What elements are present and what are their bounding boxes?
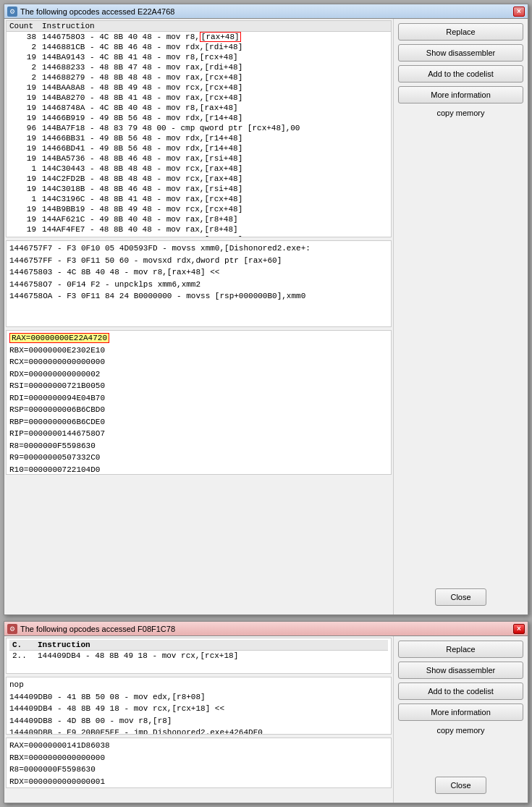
title-bar-2: ⚙ The following opcodes accessed F08F1C7… [4, 622, 528, 636]
table-cell-count: 19 [7, 133, 39, 143]
table-row[interactable]: 19144BA9143 - 4C 8B 41 48 - mov r8,[rcx+… [7, 52, 391, 62]
close-icon-1[interactable]: × [513, 7, 525, 17]
table-cell-count: 19 [7, 52, 39, 62]
window-content-1: Count Instruction 381446758O3 - 4C 8B 40… [4, 19, 528, 614]
more-information-button-2[interactable]: More information [398, 704, 523, 721]
table-cell-instruction: 144AF4FE7 - 48 8B 40 48 - mov rax,[r8+48… [39, 224, 391, 235]
table-row[interactable]: 19144AF621C - 49 8B 40 48 - mov rax,[r8+… [7, 214, 391, 224]
register-line: R9=00000000507332C0 [9, 452, 388, 464]
table-cell-count: 19 [7, 204, 39, 214]
title-bar-1: ⚙ The following opcodes accessed E22A476… [4, 4, 528, 19]
table-row[interactable]: 1144C30443 - 48 8B 48 48 - mov rcx,[rax+… [7, 164, 391, 174]
table-row[interactable]: 1914466BB31 - 49 8B 56 48 - mov rdx,[r14… [7, 133, 391, 143]
table-cell-instruction: 144B9BB19 - 48 8B 49 48 - mov rcx,[rcx+4… [39, 204, 391, 214]
disasm-panel-2[interactable]: nop144409DB0 - 41 8B 50 08 - mov edx,[r8… [6, 677, 392, 735]
table-cell-count: 19 [7, 224, 39, 235]
register-line: RBX=0000000000000000 [9, 752, 388, 764]
opcode-table-2[interactable]: C. Instruction 2..144409DB4 - 48 8B 49 1… [6, 638, 392, 674]
table-cell-instruction: 144C30443 - 48 8B 48 48 - mov rcx,[rax+4… [39, 164, 391, 174]
show-disassembler-button-1[interactable]: Show disassembler [398, 44, 523, 62]
replace-button-1[interactable]: Replace [398, 23, 523, 41]
add-to-codelist-button-1[interactable]: Add to the codelist [398, 65, 523, 83]
register-line: R8=0000000F5598630 [9, 764, 388, 776]
disasm-line: 1446758O7 - 0F14 F2 - unpcklps xmm6,xmm2 [9, 279, 388, 291]
table-cell-count: 19 [7, 93, 39, 103]
table-row[interactable]: 19144C2FD2B - 48 8B 48 48 - mov rcx,[rax… [7, 174, 391, 184]
table-row[interactable]: 19144BA8270 - 48 8B 41 48 - mov rax,[rcx… [7, 93, 391, 103]
table-row[interactable]: 19144B9BB19 - 48 8B 49 48 - mov rcx,[rcx… [7, 204, 391, 214]
table-row[interactable]: 1914466B919 - 49 8B 56 48 - mov rdx,[r14… [7, 113, 391, 123]
table-cell-count: 19 [7, 235, 39, 237]
table-cell-instruction: 144409DB4 - 48 8B 49 18 - mov rcx,[rcx+1… [35, 651, 388, 662]
register-line: RBP=0000000006B6CDE0 [9, 416, 388, 428]
table-cell-count: 1 [7, 164, 39, 174]
table-cell-instruction: 144BA8270 - 48 8B 41 48 - mov rax,[rcx+4… [39, 93, 391, 103]
register-line: R8=0000000F5598630 [9, 440, 388, 452]
table-row[interactable]: 96144BA7F18 - 48 83 79 48 00 - cmp qword… [7, 123, 391, 133]
table-row[interactable]: 2..144409DB4 - 48 8B 49 18 - mov rcx,[rc… [9, 651, 388, 662]
table-row[interactable]: 19144AF4FE7 - 48 8B 40 48 - mov rax,[r8+… [7, 224, 391, 235]
col-header-count-1: Count [7, 21, 39, 32]
table-row[interactable]: 2144688233 - 48 8B 47 48 - mov rax,[rdi+… [7, 62, 391, 72]
window-content-2: C. Instruction 2..144409DB4 - 48 8B 49 1… [4, 636, 528, 803]
table-cell-instruction: 144BAA8A8 - 48 8B 49 48 - mov rcx,[rcx+4… [39, 83, 391, 93]
register-line: RIP=00000001446758O7 [9, 428, 388, 440]
table-cell-instruction: 144688279 - 48 8B 48 48 - mov rax,[rcx+4… [39, 72, 391, 83]
opcode-table-1[interactable]: Count Instruction 381446758O3 - 4C 8B 40… [6, 20, 392, 237]
disasm-line: nop [9, 679, 388, 691]
table-row[interactable]: 2144688279 - 48 8B 48 48 - mov rax,[rcx+… [7, 72, 391, 83]
table-cell-count: 19 [7, 113, 39, 123]
window-icon-1: ⚙ [7, 7, 17, 17]
table-cell-count: 1 [7, 194, 39, 204]
table-cell-count: 2 [7, 72, 39, 83]
more-information-button-1[interactable]: More information [398, 86, 523, 103]
window-icon-2: ⚙ [7, 624, 17, 634]
replace-button-2[interactable]: Replace [398, 641, 523, 658]
table-cell-count: 19 [7, 214, 39, 224]
table-cell-count: 19 [7, 83, 39, 93]
table-cell-instruction: 14466BD41 - 49 8B 56 48 - mov rdx,[r14+4… [39, 143, 391, 153]
disasm-line: 144409DBB - E9 20B0E5FF - jmp Dishonored… [9, 727, 388, 735]
register-panel-1[interactable]: RAX=00000000E22A4720RBX=00000000E2302E10… [6, 330, 392, 475]
register-line: RAX=00000000E22A4720 [9, 332, 388, 345]
table-cell-count: 2 [7, 42, 39, 52]
table-row[interactable]: 1144C3196C - 48 8B 41 48 - mov rax,[rcx+… [7, 194, 391, 204]
table-cell-instruction: 144688233 - 48 8B 47 48 - mov rax,[rdi+4… [39, 62, 391, 72]
table-cell-instruction: 144C3018B - 48 8B 46 48 - mov rax,[rsi+4… [39, 184, 391, 194]
table-row[interactable]: 1914466BD41 - 49 8B 56 48 - mov rdx,[r14… [7, 143, 391, 153]
table-cell-count: 19 [7, 103, 39, 113]
table-row[interactable]: 1914468748A - 4C 8B 40 48 - mov r8,[rax+… [7, 103, 391, 113]
table-row[interactable]: 19144BA5736 - 48 8B 46 48 - mov rax,[rsi… [7, 153, 391, 164]
close-button-2[interactable]: Close [435, 777, 486, 794]
disasm-line: 144675803 - 4C 8B 40 48 - mov r8,[rax+48… [9, 266, 388, 279]
table-row[interactable]: 19144C3018B - 48 8B 46 48 - mov rax,[rsi… [7, 184, 391, 194]
close-icon-2[interactable]: × [513, 624, 525, 634]
close-button-1[interactable]: Close [435, 588, 486, 606]
table-cell-count: 19 [7, 143, 39, 153]
table-row[interactable]: 19144BABC24 - 4D 8B 77 48 - mov r14,[r15… [7, 235, 391, 237]
disasm-line: 1446757F7 - F3 0F10 05 4D0593FD - movss … [9, 242, 388, 255]
table-row[interactable]: 19144BAA8A8 - 48 8B 49 48 - mov rcx,[rcx… [7, 83, 391, 93]
copy-memory-label-2: copy memory [398, 724, 523, 736]
side-panel-2: Replace Show disassembler Add to the cod… [394, 636, 528, 803]
register-line: RDX=000000000000002 [9, 368, 388, 381]
table-cell-instruction: 144BA7F18 - 48 83 79 48 00 - cmp qword p… [39, 123, 391, 133]
highlighted-register: RAX=00000000E22A4720 [9, 333, 109, 343]
table-row[interactable]: 381446758O3 - 4C 8B 40 48 - mov r8,[rax+… [7, 32, 391, 43]
disasm-panel-1[interactable]: 1446757F7 - F3 0F10 05 4D0593FD - movss … [6, 240, 392, 327]
add-to-codelist-button-2[interactable]: Add to the codelist [398, 683, 523, 700]
register-line: R10=0000000722104D0 [9, 464, 388, 476]
main-panel-2: C. Instruction 2..144409DB4 - 48 8B 49 1… [4, 636, 394, 803]
table-cell-count: 96 [7, 123, 39, 133]
register-panel-2[interactable]: RAX=00000000141D86038RBX=000000000000000… [6, 738, 392, 788]
table-cell-count: 19 [7, 174, 39, 184]
table-cell-c: 2.. [9, 651, 35, 662]
window-2: ⚙ The following opcodes accessed F08F1C7… [4, 621, 528, 803]
disasm-line: 144409DB8 - 4D 8B 00 - mov r8,[r8] [9, 715, 388, 727]
highlighted-cell: [rax+48] [200, 32, 241, 42]
table-cell-instruction: 14468748A - 4C 8B 40 48 - mov r8,[rax+48… [39, 103, 391, 113]
register-line: RBX=00000000E2302E10 [9, 345, 388, 357]
table-row[interactable]: 21446881CB - 4C 8B 46 48 - mov rdx,[rdi+… [7, 42, 391, 52]
table-cell-count: 2 [7, 62, 39, 72]
show-disassembler-button-2[interactable]: Show disassembler [398, 662, 523, 679]
